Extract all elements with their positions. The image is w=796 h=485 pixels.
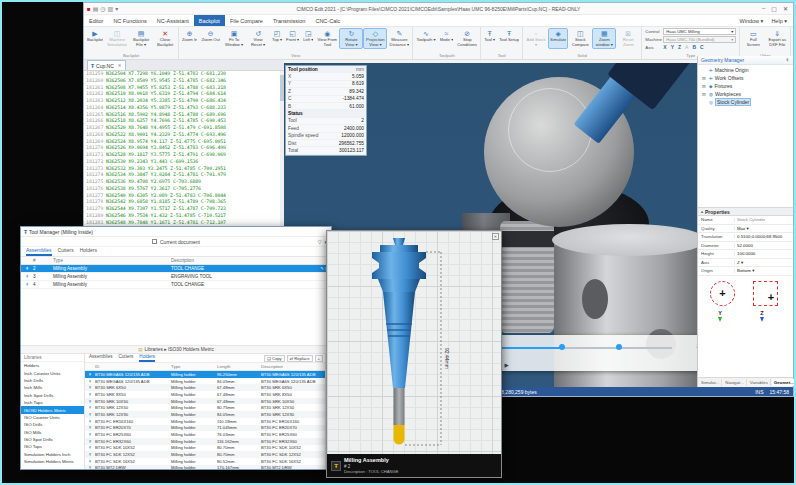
holder-row[interactable]: Ŧ BT30 MEGA6S 120/135 ADB Milling holder… [85,371,325,378]
property-value[interactable]: Bottom ▾ [734,268,793,273]
holders-tab[interactable]: Cutters [119,354,134,362]
holder-row[interactable]: Ŧ BT30 SRK 8X50 Milling holder 67.48mm B… [85,391,325,398]
holder-row[interactable]: Ŧ BT30 SRK 6X50 Milling holder 67.48mm B… [85,384,325,391]
ribbon-button[interactable]: ◫ Machine Simulation [105,28,129,49]
recent-icon[interactable]: ◷ [100,6,105,12]
col-type[interactable]: Type [171,364,217,369]
ribbon-button[interactable]: ◱ Front ▾ [284,28,301,49]
ribbon-button[interactable]: ▣ Fit To Window ▾ [222,28,246,49]
library-item[interactable]: ISO Mills [21,429,84,436]
holders-tab[interactable]: Holders [139,354,155,362]
window-menu[interactable]: Window ▾ [740,18,764,24]
help-menu[interactable]: Help ▾ [771,18,787,24]
ribbon-button[interactable]: ◈ Simulate [548,28,568,49]
col-description[interactable]: Description [261,364,311,369]
library-item[interactable]: Holders [21,362,84,369]
ribbon-button[interactable]: ↺ View Reset ▾ [246,28,270,49]
ribbon-button[interactable]: ◇ Projection View ▾ [363,28,387,49]
axis-toggle[interactable]: B [692,44,696,50]
holder-row[interactable]: Ŧ BT30 FC SDK 12X52 Milling holder 80.70… [85,451,325,458]
ribbon-tab[interactable]: CNC-Calc [310,15,345,26]
ribbon-tab[interactable]: Backplot [194,15,225,26]
geometry-tree-item[interactable]: ◎ Stock Cylinder [698,98,793,106]
ribbon-button[interactable]: ▫ Add Stock ▾ [524,28,548,49]
holder-row[interactable]: Ŧ BT30 SRK 10X50 Milling holder 67.48mm … [85,398,325,405]
library-item[interactable]: Inch Taps [21,399,84,406]
axis-toggle[interactable]: A [685,44,688,50]
ribbon-button[interactable]: ⊠ Reset Zoom [616,28,640,49]
document-tab[interactable]: Ŧ Cup.NC ✕ [87,60,126,70]
qat-more-icon[interactable]: ▾ [115,6,118,12]
breadcrumb-text[interactable]: Libraries ▸ ISO30 Holders Metric [145,347,214,352]
holder-row[interactable]: Ŧ BT30 SRK 12X90 Milling holder 84.05mm … [85,411,325,418]
holder-row[interactable]: Ŧ BT30 FC ER32X60 Milling holder 116.162… [85,438,325,445]
progress-marker[interactable] [616,344,622,350]
ribbon-button[interactable]: ∿ Toolpath ▾ [414,28,437,49]
library-item[interactable]: Simulation Holders Metric [21,458,84,465]
holder-row[interactable]: Ŧ BT30 FC ER25X60 Milling holder 76.03mm… [85,431,325,438]
holder-row[interactable]: Ŧ BT30 MEGA6S 120/135 ADB Milling holder… [85,378,325,385]
ribbon-button[interactable]: ✎ Measure Distance ▾ [387,28,411,49]
copy-button[interactable]: ❏Copy [264,355,285,362]
ribbon-button[interactable]: ◫ Stock Compare [568,28,592,49]
collapse-icon[interactable]: ▴ [701,209,703,214]
ribbon-button[interactable]: ⇓ Export as DXF File [765,28,789,49]
library-item[interactable]: ISO Counter Units [21,414,84,421]
expand-icon[interactable]: ⊞ [702,92,707,97]
maximize-button[interactable]: ▢ [771,5,777,12]
geometry-tree-item[interactable]: ✛ Machine Origin [698,66,793,74]
property-value[interactable]: 100.0000 [734,251,793,256]
geometry-tree-item[interactable]: ⊞ ✛ Work Offsets [698,74,793,82]
machine-select[interactable]: Haas UMC-750 (Bundled) ▾ [663,36,736,43]
ribbon-button[interactable]: ◰ Top ▾ [270,28,284,49]
tool-manager-titlebar[interactable]: Ŧ Tool Manager (Milling Inside) [21,227,331,237]
property-value[interactable]: Max ▾ [734,226,793,231]
current-document-checkbox[interactable] [152,239,157,244]
right-panel-tab[interactable]: Geomet... [772,379,796,386]
axis-toggle[interactable]: Z [678,44,681,50]
library-item[interactable]: ISO Taps [21,443,84,450]
library-item[interactable]: Simulation Holders Inch [21,451,84,458]
expand-icon[interactable]: ⊞ [702,84,707,89]
pin-icon[interactable]: 🖈 [785,57,790,63]
holder-row[interactable]: Ŧ BT30 FC ER16X160 Milling holder 110.18… [85,418,325,425]
print-icon[interactable]: ▥ [108,6,114,12]
ribbon-tab[interactable]: Editor [84,15,108,26]
col-description[interactable]: Description [171,258,305,263]
col-length[interactable]: Length [217,364,261,369]
ribbon-button[interactable]: ↻ Rotate View ▾ [339,28,363,49]
library-item[interactable]: Inch Mills [21,384,84,391]
right-panel-tab[interactable]: Navigat... [723,379,747,386]
axis-toggle[interactable]: X [663,44,666,50]
ribbon-button[interactable]: ▭ Full Screen [741,28,765,49]
col-id[interactable]: ID [95,364,171,369]
save-icon[interactable]: ▤ [93,6,99,12]
right-panel-tab[interactable]: Variables [748,379,771,386]
close-icon[interactable]: ✕ [492,233,499,240]
ribbon-tab[interactable]: File Compare [225,15,268,26]
property-value[interactable]: 0.5100;0.0000;68.9500 [734,234,793,239]
find-button[interactable]: ⊙ Find ▾ [792,28,793,52]
geometry-tree-item[interactable]: ⊞ ◍ Workpieces [698,90,793,98]
add-button[interactable]: + [315,355,323,362]
tab-close-icon[interactable]: ✕ [118,63,122,68]
holders-tab[interactable]: Assemblies [89,354,113,362]
assembly-tab[interactable]: Cutters [58,247,74,256]
ribbon-button[interactable]: ◉ View From Tool [315,28,339,49]
holder-row[interactable]: Ŧ BT30 SRK 12X50 Milling holder 80.75mm … [85,404,325,411]
right-panel-tab[interactable]: Simulat... [699,379,722,386]
col-type[interactable]: Type [53,258,171,263]
assembly-tab[interactable]: Assemblies [26,247,52,256]
ribbon-button[interactable]: ≈ Mode ▾ [438,28,456,49]
ribbon-button[interactable]: ▤ Backplot File ▾ [129,28,153,49]
ribbon-button[interactable]: ◲ Left ▾ [301,28,315,49]
ribbon-tab[interactable]: NC-Assistant [152,15,194,26]
property-value[interactable]: Z ▾ [734,260,793,265]
filter-icon[interactable]: ▽ [318,239,322,245]
ribbon-button[interactable]: ⊘ Stop Conditions ▾ [455,28,479,49]
library-item[interactable]: ISO30 Holders Metric [21,406,84,413]
ribbon-button[interactable]: ✕ Close Backplot [153,28,177,49]
assembly-tab[interactable]: Holders [80,247,97,256]
holder-row[interactable]: Ŧ BT30 MT2 DRW Milling holder 170.167mm … [85,465,325,469]
ribbon-tab[interactable]: Transmission [268,15,311,26]
